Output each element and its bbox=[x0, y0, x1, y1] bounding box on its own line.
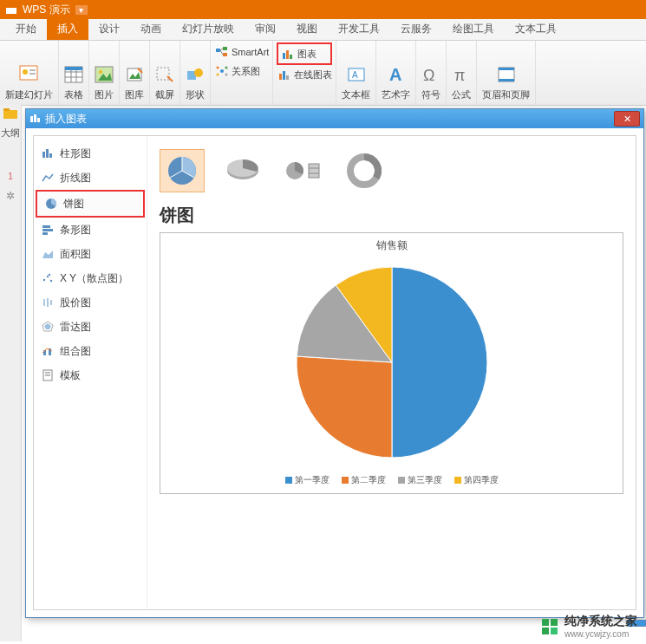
symbol-icon: Ω bbox=[421, 62, 440, 87]
menu-animation[interactable]: 动画 bbox=[130, 18, 172, 40]
svg-rect-46 bbox=[30, 116, 33, 122]
svg-rect-70 bbox=[45, 374, 50, 376]
slide-panel: 大纲 1 ✲ bbox=[0, 104, 22, 641]
svg-point-3 bbox=[23, 69, 28, 75]
menu-drawtools[interactable]: 绘图工具 bbox=[442, 18, 505, 40]
wordart-icon: A bbox=[387, 62, 406, 87]
menu-design[interactable]: 设计 bbox=[88, 18, 130, 40]
svg-point-19 bbox=[194, 68, 203, 77]
svg-point-27 bbox=[225, 67, 228, 69]
svg-rect-33 bbox=[279, 74, 282, 80]
svg-rect-69 bbox=[45, 372, 50, 374]
screenshot-icon bbox=[155, 62, 174, 87]
dialog-titlebar[interactable]: 插入图表 ✕ bbox=[26, 109, 643, 128]
category-radar[interactable]: 雷达图 bbox=[34, 315, 147, 339]
menu-texttools[interactable]: 文本工具 bbox=[505, 18, 567, 40]
app-titlebar: WPS 演示 ▾ bbox=[0, 0, 646, 19]
svg-rect-30 bbox=[283, 53, 285, 59]
category-stock[interactable]: 股价图 bbox=[34, 290, 147, 315]
chart-subtype-area: 饼图 销售额 第一季度 第二季度 第三季度 第四季度 bbox=[147, 136, 636, 609]
dialog-close-button[interactable]: ✕ bbox=[614, 111, 640, 127]
svg-rect-55 bbox=[42, 232, 48, 235]
chart-preview: 销售额 第一季度 第二季度 第三季度 第四季度 bbox=[160, 232, 623, 494]
menu-start[interactable]: 开始 bbox=[5, 18, 47, 40]
stock-chart-icon bbox=[41, 296, 55, 309]
ribbon-wordart[interactable]: A 艺术字 bbox=[376, 41, 416, 105]
svg-point-57 bbox=[43, 279, 45, 281]
template-icon bbox=[41, 369, 55, 381]
menu-slideshow[interactable]: 幻灯片放映 bbox=[172, 18, 245, 40]
menu-cloud[interactable]: 云服务 bbox=[390, 18, 442, 40]
category-bar[interactable]: 条形图 bbox=[34, 218, 147, 242]
animation-marker-icon: ✲ bbox=[0, 190, 21, 202]
svg-text:Ω: Ω bbox=[423, 67, 434, 84]
ribbon-gallery[interactable]: 图库 bbox=[120, 41, 150, 105]
menu-view[interactable]: 视图 bbox=[286, 18, 328, 40]
ribbon-symbol[interactable]: Ω 符号 bbox=[416, 41, 447, 105]
ribbon-chart[interactable]: 图表 bbox=[277, 42, 332, 65]
ribbon-header-footer[interactable]: 页眉和页脚 bbox=[477, 41, 536, 105]
table-icon bbox=[64, 62, 83, 87]
menu-devtools[interactable]: 开发工具 bbox=[328, 18, 390, 40]
smartart-icon bbox=[214, 44, 230, 60]
svg-line-24 bbox=[220, 50, 223, 55]
ribbon-screenshot[interactable]: 截屏 bbox=[150, 41, 180, 105]
subtype-bar-of-pie[interactable] bbox=[281, 149, 326, 192]
category-template[interactable]: 模板 bbox=[34, 363, 147, 387]
legend-item: 第三季度 bbox=[398, 474, 442, 486]
category-line[interactable]: 折线图 bbox=[34, 166, 147, 190]
ribbon-new-slide[interactable]: 新建幻灯片 bbox=[0, 41, 59, 105]
category-pie[interactable]: 饼图 bbox=[36, 190, 145, 218]
category-combo[interactable]: 组合图 bbox=[34, 339, 147, 363]
category-scatter[interactable]: X Y（散点图） bbox=[34, 266, 147, 290]
svg-point-25 bbox=[220, 69, 224, 73]
subtype-doughnut[interactable] bbox=[342, 149, 387, 192]
titlebar-dropdown-icon[interactable]: ▾ bbox=[75, 5, 88, 15]
menu-insert[interactable]: 插入 bbox=[47, 18, 88, 40]
svg-rect-49 bbox=[42, 152, 45, 158]
ribbon-textbox[interactable]: A 文本框 bbox=[336, 41, 376, 105]
bar-chart-icon bbox=[41, 224, 55, 236]
chart-legend: 第一季度 第二季度 第三季度 第四季度 bbox=[160, 474, 623, 486]
ribbon-equation[interactable]: π 公式 bbox=[447, 41, 477, 105]
ribbon-relation[interactable]: 关系图 bbox=[214, 62, 269, 81]
ribbon-smartart[interactable]: SmartArt bbox=[214, 42, 269, 62]
svg-rect-1 bbox=[6, 5, 16, 8]
ribbon-shapes[interactable]: 形状 bbox=[180, 41, 211, 105]
svg-marker-65 bbox=[44, 323, 51, 329]
ribbon-online-chart[interactable]: 在线图表 bbox=[277, 65, 332, 84]
insert-chart-dialog: 插入图表 ✕ 柱形图 折线图 饼图 条形图 面积图 X Y（散点图） 股价图 雷… bbox=[25, 108, 644, 618]
svg-point-26 bbox=[217, 67, 219, 69]
svg-point-28 bbox=[217, 74, 219, 76]
svg-rect-4 bbox=[29, 69, 36, 71]
pie-chart bbox=[288, 258, 496, 466]
svg-rect-17 bbox=[157, 68, 169, 80]
ribbon-picture[interactable]: 图片 bbox=[89, 41, 120, 105]
column-chart-icon bbox=[41, 147, 55, 159]
subtype-pie[interactable] bbox=[160, 149, 205, 192]
outline-label[interactable]: 大纲 bbox=[0, 127, 21, 140]
svg-rect-45 bbox=[3, 108, 10, 111]
category-column[interactable]: 柱形图 bbox=[34, 141, 147, 166]
svg-text:π: π bbox=[454, 67, 465, 84]
equation-icon: π bbox=[452, 62, 471, 87]
watermark-logo-icon bbox=[540, 617, 559, 636]
area-chart-icon bbox=[41, 248, 55, 260]
header-footer-icon bbox=[497, 62, 516, 87]
slide-number[interactable]: 1 bbox=[0, 171, 21, 181]
svg-rect-35 bbox=[286, 75, 289, 80]
svg-rect-5 bbox=[29, 73, 36, 75]
category-area[interactable]: 面积图 bbox=[34, 242, 147, 266]
svg-point-29 bbox=[225, 74, 228, 76]
watermark-brand: 纯净系统之家 bbox=[564, 614, 637, 629]
svg-rect-34 bbox=[283, 71, 285, 80]
svg-rect-11 bbox=[65, 67, 82, 70]
subtype-pie-3d[interactable] bbox=[220, 149, 265, 192]
shapes-icon bbox=[186, 62, 205, 87]
ribbon-table[interactable]: 表格 bbox=[59, 41, 89, 105]
menu-review[interactable]: 审阅 bbox=[245, 18, 286, 40]
folder-icon[interactable] bbox=[3, 107, 18, 121]
svg-point-59 bbox=[50, 280, 52, 282]
svg-rect-85 bbox=[551, 628, 558, 634]
svg-rect-53 bbox=[42, 225, 50, 228]
